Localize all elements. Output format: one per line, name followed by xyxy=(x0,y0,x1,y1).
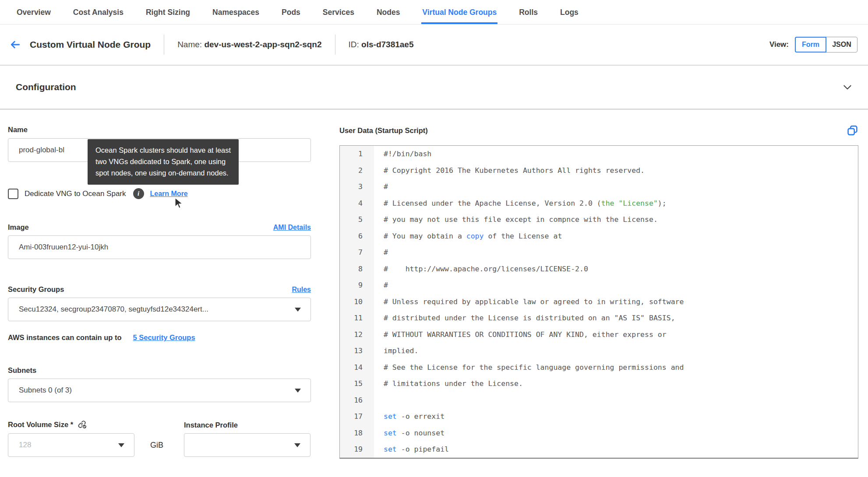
line-number: 2 xyxy=(340,162,374,179)
code-line: 9# xyxy=(340,277,858,294)
line-number: 7 xyxy=(340,244,374,261)
configuration-section-header: Configuration xyxy=(0,66,868,109)
line-number: 19 xyxy=(340,441,374,458)
configuration-body: Name Ocean Spark clusters should have at… xyxy=(0,110,868,459)
line-number: 6 xyxy=(340,228,374,245)
code-text: # Licensed under the Apache License, Ver… xyxy=(374,195,667,212)
tab-right-sizing[interactable]: Right Sizing xyxy=(145,8,191,24)
tab-virtual-node-groups[interactable]: Virtual Node Groups xyxy=(421,8,498,24)
code-line: 8# http://www.apache.org/licenses/LICENS… xyxy=(340,261,858,277)
root-volume-size-dropdown[interactable]: 128 xyxy=(8,433,134,457)
configuration-title: Configuration xyxy=(16,82,76,92)
vng-name: Name: dev-us-west-2-app-sqn2-sqn2 xyxy=(177,40,321,49)
line-number: 11 xyxy=(340,310,374,326)
subnets-dropdown[interactable]: Subnets 0 (of 3) xyxy=(8,379,311,402)
code-text: # limitations under the License. xyxy=(374,375,523,392)
image-input[interactable] xyxy=(8,235,311,259)
tab-logs[interactable]: Logs xyxy=(559,8,579,24)
line-number: 3 xyxy=(340,179,374,195)
back-button[interactable] xyxy=(9,39,22,50)
line-number: 17 xyxy=(340,408,374,425)
code-editor[interactable]: 1#!/bin/bash2# Copyright 2016 The Kubern… xyxy=(339,145,858,459)
code-line: 16 xyxy=(340,392,858,409)
code-text: set -o nounset xyxy=(374,425,445,442)
dedicate-vng-label: Dedicate VNG to Ocean Spark xyxy=(25,189,126,198)
code-text: # xyxy=(374,179,388,195)
copy-icon xyxy=(847,125,858,137)
gib-unit-label: GiB xyxy=(150,433,163,457)
line-number: 5 xyxy=(340,211,374,228)
five-security-groups-link[interactable]: 5 Security Groups xyxy=(133,333,195,342)
line-number: 14 xyxy=(340,359,374,376)
line-number: 4 xyxy=(340,195,374,212)
info-icon[interactable]: i xyxy=(133,188,144,199)
code-text: # xyxy=(374,244,388,261)
dedicate-vng-checkbox[interactable] xyxy=(8,189,18,199)
root-volume-size-placeholder: 128 xyxy=(19,441,31,449)
line-number: 8 xyxy=(340,261,374,277)
code-text: # xyxy=(374,277,388,294)
code-line: 19set -o pipefail xyxy=(340,441,858,458)
code-text: # See the License for the specific langu… xyxy=(374,359,684,376)
rules-link[interactable]: Rules xyxy=(292,286,311,294)
caret-down-icon xyxy=(294,443,300,447)
view-form-button[interactable]: Form xyxy=(795,37,826,53)
instance-profile-dropdown[interactable] xyxy=(184,433,311,457)
tab-overview[interactable]: Overview xyxy=(16,8,52,24)
divider xyxy=(164,35,164,55)
chevron-down-icon xyxy=(842,81,853,93)
line-number: 1 xyxy=(340,146,374,162)
vng-id: ID: ols-d7381ae5 xyxy=(349,40,414,49)
caret-down-icon xyxy=(295,308,301,312)
page-header: Custom Virtual Node Group Name: dev-us-w… xyxy=(0,25,868,65)
image-label: Image xyxy=(8,223,29,231)
line-number: 18 xyxy=(340,425,374,442)
code-line: 18set -o nounset xyxy=(340,425,858,442)
code-line: 6# You may obtain a copy of the License … xyxy=(340,228,858,245)
divider xyxy=(335,35,335,55)
tab-services[interactable]: Services xyxy=(322,8,355,24)
code-line: 1#!/bin/bash xyxy=(340,146,858,162)
learn-more-link[interactable]: Learn More xyxy=(150,190,188,198)
tab-bar: OverviewCost AnalysisRight SizingNamespa… xyxy=(0,0,868,25)
security-groups-hint-text: AWS instances can contain up to xyxy=(8,333,121,342)
code-line: 13implied. xyxy=(340,343,858,359)
collapse-section-button[interactable] xyxy=(840,80,855,95)
image-label-row: Image AMI Details xyxy=(8,223,311,231)
security-groups-label: Security Groups xyxy=(8,285,64,294)
code-text: # Unless required by applicable law or a… xyxy=(374,294,684,310)
code-line: 12# WITHOUT WARRANTIES OR CONDITIONS OF … xyxy=(340,326,858,343)
code-line: 2# Copyright 2016 The Kubernetes Authors… xyxy=(340,162,858,179)
code-line: 3# xyxy=(340,179,858,195)
tab-nodes[interactable]: Nodes xyxy=(376,8,401,24)
tab-rolls[interactable]: Rolls xyxy=(518,8,539,24)
code-text: # You may obtain a copy of the License a… xyxy=(374,228,562,245)
code-text: set -o errexit xyxy=(374,408,445,425)
caret-down-icon xyxy=(295,389,301,393)
code-line: 7# xyxy=(340,244,858,261)
code-line: 10# Unless required by applicable law or… xyxy=(340,294,858,310)
ami-details-link[interactable]: AMI Details xyxy=(273,224,311,231)
tab-pods[interactable]: Pods xyxy=(281,8,301,24)
view-json-button[interactable]: JSON xyxy=(826,37,857,53)
code-text: set -o pipefail xyxy=(374,441,449,458)
subnets-label: Subnets xyxy=(8,366,311,375)
link-icon xyxy=(78,420,87,429)
tab-cost-analysis[interactable]: Cost Analysis xyxy=(72,8,124,24)
code-text: # http://www.apache.org/licenses/LICENSE… xyxy=(374,261,588,277)
user-data-title: User Data (Startup Script) xyxy=(339,126,428,135)
code-line: 4# Licensed under the Apache License, Ve… xyxy=(340,195,858,212)
name-label: Name xyxy=(8,126,311,134)
line-number: 9 xyxy=(340,277,374,294)
line-number: 16 xyxy=(340,392,374,409)
view-label: View: xyxy=(769,40,789,49)
bottom-fields-row: Root Volume Size * 128 GiB Instance Prof… xyxy=(8,420,311,457)
copy-button[interactable] xyxy=(847,125,858,137)
code-text: # WITHOUT WARRANTIES OR CONDITIONS OF AN… xyxy=(374,326,667,343)
security-groups-value: Secu12324, secgroup23470870, segtuyfsd12… xyxy=(19,305,208,314)
code-line: 5# you may not use this file except in c… xyxy=(340,211,858,228)
user-data-header: User Data (Startup Script) xyxy=(339,125,858,137)
tab-namespaces[interactable]: Namespaces xyxy=(212,8,260,24)
view-toggle: FormJSON xyxy=(795,37,857,53)
security-groups-dropdown[interactable]: Secu12324, secgroup23470870, segtuyfsd12… xyxy=(8,298,311,321)
